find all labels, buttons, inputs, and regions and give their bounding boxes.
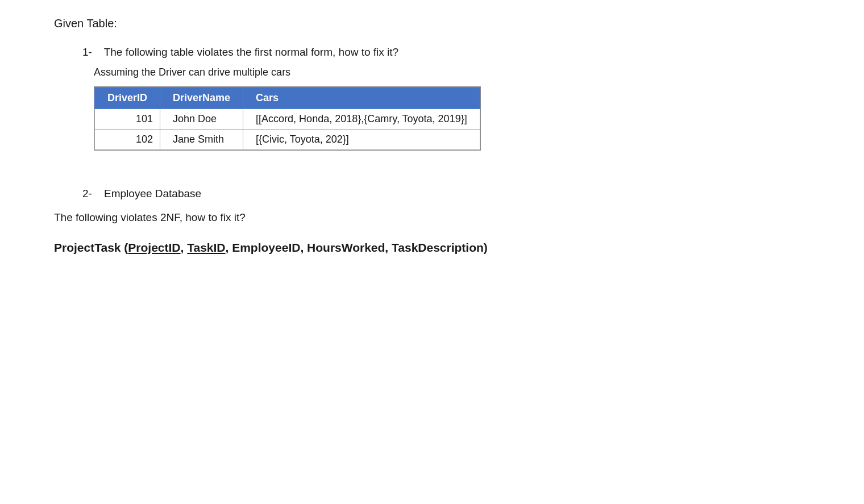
cars-table: DriverID DriverName Cars 101 John Doe [[… [94,87,480,150]
question-1-number: 1- The following table violates the firs… [82,46,810,59]
question-1-block: 1- The following table violates the firs… [82,46,810,153]
row2-driver-name: Jane Smith [160,130,243,150]
remaining-attrs: , EmployeeID, HoursWorked, TaskDescripti… [226,241,488,254]
table-header-row: DriverID DriverName Cars [95,88,480,109]
col-driver-name: DriverName [160,88,243,109]
project-task-name: ProjectTask ( [54,241,128,254]
question-2-number: 2- Employee Database [82,188,810,200]
violates-2nf-text: The following violates 2NF, how to fix i… [54,211,810,224]
table-row: 101 John Doe [[Accord, Honda, 2018},{Cam… [95,109,480,130]
row2-cars: [{Civic, Toyota, 202}] [243,130,480,150]
project-task-definition: ProjectTask (ProjectID, TaskID, Employee… [54,241,810,255]
given-table-heading: Given Table: [54,17,810,30]
project-id-attr: ProjectID [128,241,180,254]
row1-driver-name: John Doe [160,109,243,130]
cars-table-container: DriverID DriverName Cars 101 John Doe [[… [94,86,481,151]
table-row: 102 Jane Smith [{Civic, Toyota, 202}] [95,130,480,150]
question-1-subtext: Assuming the Driver can drive multiple c… [94,66,810,78]
question-2-block: 2- Employee Database [82,188,810,200]
row1-cars: [[Accord, Honda, 2018},{Camry, Toyota, 2… [243,109,480,130]
col-cars: Cars [243,88,480,109]
col-driver-id: DriverID [95,88,160,109]
row1-driver-id: 101 [95,109,160,130]
comma-1: , [181,241,188,254]
task-id-attr: TaskID [187,241,225,254]
row2-driver-id: 102 [95,130,160,150]
